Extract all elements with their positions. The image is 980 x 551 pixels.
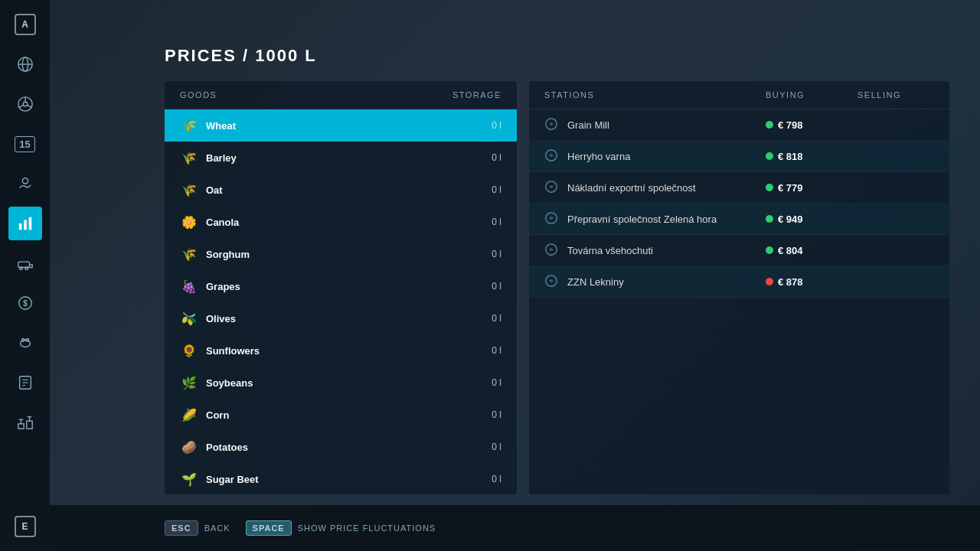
station-name: Továrna všehochuti (567, 245, 766, 256)
calendar-label: 15 (15, 136, 34, 152)
sidebar-btn-stats[interactable] (8, 207, 42, 240)
goods-header: GOODS STORAGE (165, 81, 517, 109)
panels-container: GOODS STORAGE 🌾 Wheat 0 l 🌾 Barley 0 l 🌾… (165, 81, 949, 494)
station-icon (544, 180, 560, 195)
goods-storage: 0 l (492, 313, 501, 324)
space-desc: SHOW PRICE FLUCTUATIONS (298, 523, 436, 533)
buying-status-dot (766, 278, 773, 285)
station-row[interactable]: Grain Mill € 798 (529, 109, 949, 141)
goods-name: Wheat (206, 120, 492, 132)
buying-price: € 779 (778, 182, 803, 194)
goods-row[interactable]: 🥔 Potatoes 0 l (165, 431, 517, 463)
goods-row[interactable]: 🌾 Sorghum 0 l (165, 238, 517, 270)
weather-icon (17, 175, 34, 192)
station-name: Nákladní exportní společnost (567, 182, 766, 194)
station-row[interactable]: Přepravní společnost Zelená hora € 949 (529, 204, 949, 235)
sidebar-btn-contracts[interactable] (8, 366, 42, 399)
goods-storage: 0 l (492, 474, 501, 484)
stations-list: Grain Mill € 798 Herryho varna € 818 Nák… (529, 109, 949, 494)
sidebar-btn-a[interactable]: A (8, 8, 42, 41)
sidebar-btn-e[interactable]: E (8, 510, 42, 543)
space-key-tag: SPACE (246, 520, 292, 536)
goods-icon: 🌾 (180, 181, 198, 199)
station-row[interactable]: ZZN Lekniny € 878 (529, 266, 949, 298)
goods-name: Soybeans (206, 377, 492, 389)
svg-line-6 (18, 105, 23, 107)
buying-status-dot (766, 152, 773, 160)
svg-rect-9 (18, 223, 21, 230)
main-content: PRICES / 1000 L GOODS STORAGE 🌾 Wheat 0 … (50, 0, 980, 551)
svg-rect-11 (28, 217, 31, 230)
sidebar-btn-money[interactable]: $ (8, 286, 42, 320)
station-name: Přepravní společnost Zelená hora (567, 214, 766, 225)
goods-row[interactable]: 🌾 Barley 0 l (165, 142, 517, 174)
station-row[interactable]: Herryho varna € 818 (529, 141, 949, 172)
goods-row[interactable]: 🌿 Soybeans 0 l (165, 367, 517, 399)
station-buying: € 798 (766, 119, 858, 131)
station-row[interactable]: Továrna všehochuti € 804 (529, 235, 949, 266)
goods-panel: GOODS STORAGE 🌾 Wheat 0 l 🌾 Barley 0 l 🌾… (165, 81, 517, 494)
station-buying: € 878 (766, 276, 858, 288)
goods-storage: 0 l (492, 249, 501, 259)
goods-name: Sorghum (206, 249, 492, 260)
col-stations-label: STATIONS (544, 90, 766, 99)
goods-name: Sunflowers (206, 345, 492, 357)
sidebar-btn-production[interactable] (8, 406, 42, 439)
goods-name: Corn (206, 409, 492, 421)
vehicle-icon (17, 255, 34, 272)
steering-icon (17, 96, 34, 112)
buying-price: € 798 (778, 119, 803, 131)
station-icon (544, 211, 560, 227)
esc-key-group: ESC BACK (165, 520, 230, 536)
station-buying: € 818 (766, 151, 858, 162)
sidebar-btn-vehicle[interactable] (8, 246, 42, 280)
svg-point-14 (25, 267, 28, 270)
buying-price: € 818 (778, 151, 803, 162)
buying-price: € 949 (778, 214, 803, 225)
station-icon (544, 243, 560, 258)
goods-icon: 🌱 (180, 470, 198, 488)
goods-row[interactable]: 🌱 Sugar Beet 0 l (165, 463, 517, 494)
goods-row[interactable]: 🌽 Corn 0 l (165, 399, 517, 431)
col-selling-label: SELLING (858, 90, 934, 99)
goods-icon: 🥔 (180, 438, 198, 456)
col-buying-label: BUYING (766, 90, 858, 99)
sidebar: A 15 $ E (0, 0, 50, 551)
goods-storage: 0 l (492, 120, 501, 131)
goods-icon: 🍇 (180, 277, 198, 295)
station-icon (544, 274, 560, 289)
goods-name: Sugar Beet (206, 474, 492, 485)
sidebar-btn-globe[interactable] (8, 47, 42, 81)
goods-storage: 0 l (492, 281, 501, 292)
goods-name: Potatoes (206, 442, 492, 453)
goods-storage: 0 l (492, 152, 501, 163)
page-title: PRICES / 1000 L (165, 46, 949, 66)
svg-rect-25 (26, 421, 31, 429)
goods-icon: 🌻 (180, 341, 198, 360)
goods-row[interactable]: 🍇 Grapes 0 l (165, 270, 517, 302)
buying-status-dot (766, 215, 773, 223)
goods-row[interactable]: 🌻 Sunflowers 0 l (165, 334, 517, 367)
station-icon (544, 117, 560, 132)
buying-price: € 878 (778, 276, 803, 288)
sidebar-btn-animals[interactable] (8, 326, 42, 360)
col-goods-label: GOODS (180, 90, 452, 99)
sidebar-btn-calendar[interactable]: 15 (8, 127, 42, 161)
svg-point-13 (19, 267, 22, 270)
sidebar-btn-weather[interactable] (8, 167, 42, 201)
goods-row[interactable]: 🫒 Olives 0 l (165, 302, 517, 334)
esc-key-tag: ESC (165, 520, 198, 536)
goods-storage: 0 l (492, 442, 501, 452)
goods-row[interactable]: 🌼 Canola 0 l (165, 206, 517, 238)
station-name: ZZN Lekniny (567, 276, 766, 288)
buying-status-dot (766, 184, 773, 191)
goods-icon: 🌾 (180, 245, 198, 263)
goods-row[interactable]: 🌾 Oat 0 l (165, 174, 517, 206)
station-name: Grain Mill (567, 119, 766, 131)
goods-list[interactable]: 🌾 Wheat 0 l 🌾 Barley 0 l 🌾 Oat 0 l 🌼 Can… (165, 109, 517, 494)
svg-point-4 (23, 102, 28, 106)
goods-row[interactable]: 🌾 Wheat 0 l (165, 109, 517, 142)
station-row[interactable]: Nákladní exportní společnost € 779 (529, 172, 949, 204)
goods-icon: 🌽 (180, 406, 198, 424)
sidebar-btn-steering[interactable] (8, 87, 42, 121)
